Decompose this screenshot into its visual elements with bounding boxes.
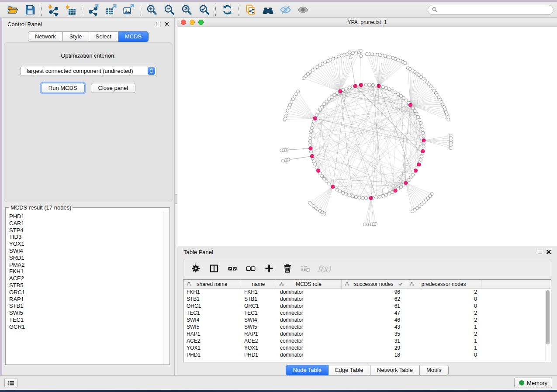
network-canvas[interactable] (177, 27, 557, 246)
network-node[interactable] (286, 109, 289, 112)
import-network-button[interactable] (44, 3, 62, 17)
network-node[interactable] (345, 87, 348, 90)
table-scrollbar-thumb[interactable] (546, 290, 550, 344)
table-row[interactable]: SWI4SWI4dominator462 (183, 316, 551, 323)
network-node[interactable] (309, 133, 312, 136)
network-node[interactable] (351, 195, 354, 198)
show-all-button[interactable] (294, 3, 311, 17)
mcds-network-node[interactable] (316, 169, 320, 172)
network-node[interactable] (422, 135, 425, 138)
clone-network-button[interactable] (242, 3, 259, 17)
refresh-view-button[interactable] (218, 3, 236, 17)
table-row[interactable]: SWI5SWI5connector431 (183, 323, 551, 330)
mcds-result-item[interactable]: ACE2 (9, 275, 163, 282)
network-node[interactable] (285, 112, 288, 115)
import-table-button[interactable] (62, 3, 79, 17)
mcds-network-node[interactable] (414, 169, 417, 172)
hide-selected-button[interactable] (277, 3, 294, 17)
network-node[interactable] (327, 182, 330, 185)
open-file-button[interactable] (3, 3, 21, 17)
network-node[interactable] (348, 51, 351, 54)
column-header-predecessor-nodes[interactable]: predecessor nodes (406, 280, 481, 288)
network-node[interactable] (419, 158, 422, 161)
export-table-button[interactable] (102, 3, 120, 17)
mcds-network-node[interactable] (339, 89, 342, 93)
table-row[interactable]: TEC1TEC1connector472 (183, 309, 551, 316)
search-box[interactable] (428, 5, 554, 15)
network-node[interactable] (308, 140, 311, 143)
mcds-network-node[interactable] (404, 181, 408, 185)
network-node[interactable] (281, 159, 284, 162)
network-node[interactable] (321, 105, 324, 108)
network-node[interactable] (375, 196, 378, 199)
network-node[interactable] (360, 55, 363, 58)
network-node[interactable] (381, 86, 384, 89)
network-node[interactable] (387, 192, 391, 195)
mcds-result-item[interactable]: SWI4 (9, 248, 163, 254)
mcds-network-node[interactable] (369, 196, 373, 200)
add-column-button[interactable] (261, 261, 277, 276)
network-node[interactable] (381, 194, 384, 197)
network-node[interactable] (399, 94, 402, 97)
network-node[interactable] (309, 137, 312, 140)
network-node[interactable] (354, 196, 357, 199)
network-node[interactable] (371, 83, 374, 86)
table-tab-motifs[interactable]: Motifs (420, 365, 449, 375)
function-builder-button[interactable]: f(x) (316, 261, 332, 276)
mcds-result-item[interactable]: PMA2 (9, 261, 163, 268)
close-panel-icon[interactable] (165, 22, 169, 26)
network-node[interactable] (417, 115, 420, 118)
network-node[interactable] (364, 83, 367, 86)
network-node[interactable] (352, 52, 355, 55)
mcds-result-item[interactable]: RAP1 (9, 296, 163, 303)
save-session-button[interactable] (21, 3, 38, 17)
tab-network[interactable]: Network (28, 31, 63, 42)
mcds-result-list[interactable]: PHD1CAR1STP4TID3YOX1SWI4SRD1PMA2FKH1ACE2… (6, 212, 163, 364)
network-node[interactable] (415, 112, 418, 115)
table-row[interactable]: RAP1RAP1dominator352 (183, 330, 551, 337)
table-tab-edge-table[interactable]: Edge Table (329, 365, 370, 375)
network-node[interactable] (348, 86, 351, 89)
table-row[interactable]: YOX1YOX1connector291 (183, 344, 551, 351)
table-row[interactable]: ACE2ACE2connector311 (183, 337, 551, 344)
network-node[interactable] (397, 93, 400, 96)
network-node[interactable] (333, 93, 336, 96)
split-view-button[interactable] (206, 261, 222, 276)
table-tab-network-table[interactable]: Network Table (370, 365, 420, 375)
mcds-network-node[interactable] (359, 83, 363, 87)
mcds-result-item[interactable]: CAR1 (9, 220, 163, 227)
network-node[interactable] (355, 51, 358, 54)
network-node[interactable] (447, 118, 450, 121)
mcds-result-item[interactable]: GCR1 (9, 323, 163, 330)
network-node[interactable] (411, 210, 414, 213)
float-panel-icon[interactable] (156, 22, 160, 26)
mcds-result-item[interactable]: ORC1 (9, 289, 163, 296)
mcds-result-item[interactable]: STB1 (9, 303, 163, 309)
mcds-result-item[interactable]: FKH1 (9, 268, 163, 275)
zoom-selected-button[interactable] (195, 3, 213, 17)
mcds-network-node[interactable] (353, 84, 357, 88)
network-node[interactable] (297, 90, 300, 93)
network-node[interactable] (387, 88, 391, 91)
run-mcds-button[interactable]: Run MCDS (41, 83, 85, 93)
mcds-network-node[interactable] (408, 103, 412, 107)
network-node[interactable] (340, 54, 343, 57)
mcds-result-item[interactable]: STP4 (9, 227, 163, 234)
network-node[interactable] (330, 96, 333, 99)
network-node[interactable] (384, 193, 387, 196)
network-node[interactable] (407, 179, 410, 182)
mcds-network-node[interactable] (377, 84, 381, 88)
network-node[interactable] (358, 196, 361, 199)
network-node[interactable] (308, 201, 311, 204)
export-image-button[interactable] (120, 3, 137, 17)
network-node[interactable] (312, 120, 315, 123)
mcds-network-node[interactable] (331, 185, 335, 189)
mcds-result-item[interactable]: SWI5 (9, 309, 163, 316)
mcds-result-item[interactable]: TID3 (9, 234, 163, 241)
network-node[interactable] (418, 118, 421, 121)
network-node[interactable] (420, 125, 423, 128)
column-header-successor-nodes[interactable]: successor nodes (342, 280, 406, 288)
network-node[interactable] (342, 191, 345, 194)
network-node[interactable] (420, 155, 423, 158)
mcds-result-item[interactable]: STB5 (9, 282, 163, 289)
